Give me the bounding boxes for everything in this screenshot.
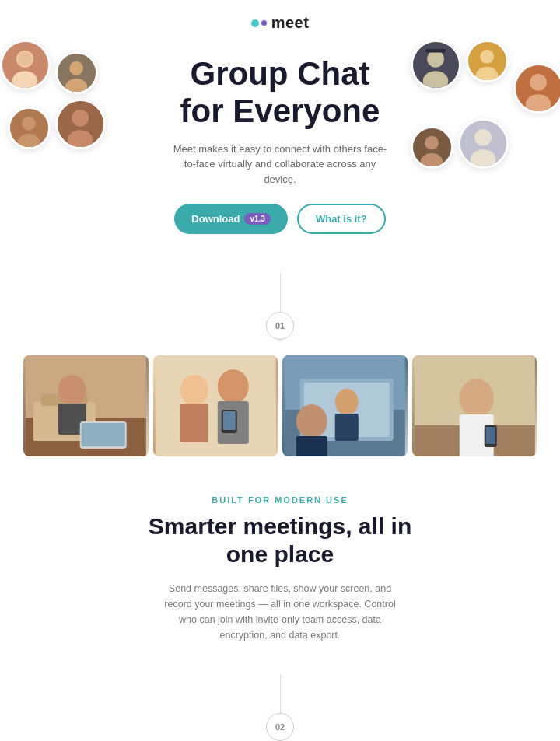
- avatars-left: [0, 40, 106, 149]
- svg-point-24: [425, 136, 439, 150]
- svg-point-49: [335, 389, 359, 415]
- svg-point-11: [72, 110, 89, 127]
- photo-item-2: [153, 355, 278, 456]
- avatar: [55, 51, 98, 94]
- features-tag: BUILT FOR MODERN USE: [62, 495, 498, 505]
- timeline-step-1: 01: [0, 273, 560, 340]
- photo-item-3: [282, 355, 408, 456]
- svg-point-8: [22, 117, 36, 131]
- svg-rect-52: [296, 436, 327, 456]
- svg-point-34: [58, 375, 86, 406]
- avatar: [411, 126, 453, 169]
- svg-point-14: [427, 51, 444, 68]
- avatar: [55, 99, 106, 149]
- timeline-line: [280, 273, 281, 312]
- avatar: [513, 63, 560, 114]
- svg-rect-44: [222, 411, 235, 430]
- features-title: Smarter meetings, all in one place: [62, 512, 498, 568]
- logo-dots: [251, 19, 267, 27]
- photo-item-4: [412, 355, 537, 456]
- version-badge: v1.3: [244, 213, 270, 225]
- avatar: [0, 40, 51, 90]
- avatars-right: [411, 40, 560, 169]
- avatar: [411, 40, 461, 90]
- download-label: Download: [191, 213, 240, 225]
- hero-subtitle: Meet makes it easy to connect with other…: [171, 142, 389, 187]
- svg-point-51: [296, 404, 327, 439]
- avatar: [8, 107, 51, 149]
- navbar: meet: [0, 0, 560, 40]
- logo-text: meet: [271, 14, 310, 32]
- svg-point-39: [180, 375, 208, 406]
- timeline-line-2: [280, 674, 281, 713]
- svg-rect-40: [180, 404, 208, 442]
- svg-point-3: [17, 51, 33, 67]
- svg-point-55: [459, 379, 493, 418]
- hero-buttons: Download v1.3 What is it?: [171, 204, 389, 234]
- photo-grid: [0, 355, 560, 456]
- hero-content: Group Chat for Everyone Meet makes it ea…: [171, 55, 389, 234]
- photo-item-1: [23, 355, 149, 456]
- features-description: Send messages, share files, show your sc…: [156, 581, 404, 643]
- hero-section: Group Chat for Everyone Meet makes it ea…: [0, 40, 560, 257]
- svg-point-27: [474, 129, 492, 146]
- svg-rect-50: [335, 414, 359, 441]
- svg-point-21: [530, 74, 547, 91]
- whatisit-button[interactable]: What is it?: [297, 204, 386, 234]
- logo-dot-purple: [261, 20, 267, 26]
- svg-point-5: [69, 61, 83, 75]
- timeline-number: 01: [266, 312, 294, 340]
- svg-point-41: [217, 369, 248, 404]
- timeline-step-2: 02: [0, 674, 560, 741]
- logo: meet: [251, 14, 310, 32]
- svg-point-18: [480, 50, 494, 64]
- svg-rect-16: [425, 49, 445, 53]
- timeline-number-2: 02: [266, 713, 294, 741]
- svg-rect-38: [155, 355, 275, 456]
- svg-rect-58: [485, 427, 495, 444]
- features-section: BUILT FOR MODERN USE Smarter meetings, a…: [0, 488, 560, 659]
- avatar: [466, 40, 509, 82]
- logo-dot-teal: [251, 19, 259, 27]
- svg-rect-37: [82, 423, 125, 446]
- avatar: [458, 118, 509, 169]
- download-button[interactable]: Download v1.3: [174, 204, 288, 234]
- hero-title: Group Chat for Everyone: [171, 55, 389, 131]
